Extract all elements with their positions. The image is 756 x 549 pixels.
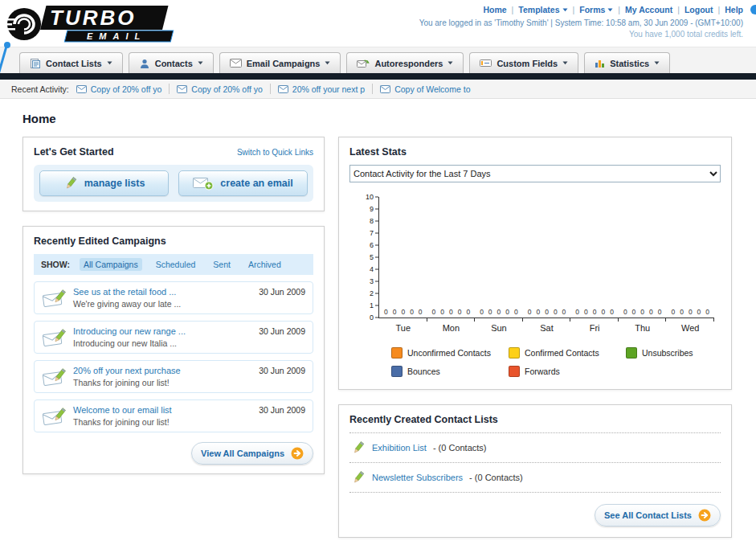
y-axis-tick: 5: [370, 254, 378, 261]
x-axis-label: Fri: [570, 323, 619, 333]
nav-tab-email-campaigns[interactable]: Email Campaigns: [219, 52, 341, 73]
stats-chart: 012345678910 000000000000000000000000000…: [349, 197, 721, 377]
campaigns-panel-title: Recently Edited Campaigns: [34, 236, 313, 247]
chart-group-sat: 00000: [523, 308, 571, 318]
y-axis-tick: 8: [370, 218, 378, 225]
chart-group-tue: 00000: [379, 308, 427, 318]
activity-item[interactable]: Copy of Welcome to: [380, 84, 470, 94]
chart-group-mon: 00000: [427, 308, 476, 318]
campaign-tab-all-campaigns[interactable]: All Campaigns: [80, 258, 142, 271]
campaign-filter-tabs: All CampaignsScheduledSentArchived: [80, 258, 285, 271]
view-all-campaigns-button[interactable]: View All Campaigns: [191, 442, 313, 465]
y-axis-tick: 3: [370, 278, 378, 285]
header-link-forms[interactable]: Forms: [579, 5, 613, 14]
stats-panel-title: Latest Stats: [349, 146, 721, 158]
campaign-tab-sent[interactable]: Sent: [209, 258, 235, 271]
header-link-logout[interactable]: Logout: [684, 5, 713, 14]
email-campaigns-icon: [230, 59, 242, 68]
divider: [169, 84, 170, 94]
latest-stats-panel: Latest Stats Contact Activity for the La…: [338, 137, 732, 390]
decoration-dot: [750, 5, 756, 14]
create-email-button[interactable]: create an email: [178, 170, 308, 196]
x-axis-label: Tue: [379, 323, 427, 333]
envelope-pencil-icon: [42, 289, 66, 308]
chevron-down-icon: [654, 61, 660, 65]
x-axis-label: Wed: [666, 323, 714, 333]
campaign-tab-scheduled[interactable]: Scheduled: [152, 258, 200, 271]
nav-divider-bar: [0, 73, 756, 80]
activity-item[interactable]: 20% off your next p: [278, 84, 365, 94]
campaign-date: 30 Jun 2009: [259, 326, 305, 336]
header-right: Home|Templates|Forms|My Account|Logout|H…: [419, 4, 743, 39]
campaign-tab-archived[interactable]: Archived: [244, 258, 285, 271]
header-links: Home|Templates|Forms|My Account|Logout|H…: [419, 5, 743, 14]
nav-tabs: Contact Lists Contacts Email Campaigns A…: [19, 52, 670, 73]
logo-graphic: TURBO EMAIL: [5, 4, 206, 44]
chart-group-thu: 00000: [619, 308, 667, 318]
header-link-my-account[interactable]: My Account: [625, 5, 672, 14]
nav-tab-contact-lists[interactable]: Contact Lists: [19, 52, 123, 73]
header-link-help[interactable]: Help: [725, 5, 743, 14]
link-separator: |: [573, 5, 575, 14]
chevron-down-icon: [562, 8, 568, 12]
contact-list-link[interactable]: Exhibition List: [372, 443, 427, 453]
switch-quick-links-link[interactable]: Switch to Quick Links: [237, 148, 313, 157]
activity-item-label: Copy of 20% off yo: [191, 84, 263, 94]
header-link-templates[interactable]: Templates: [518, 5, 567, 14]
link-separator: |: [718, 5, 721, 14]
nav-tab-statistics[interactable]: Statistics: [584, 52, 670, 73]
x-axis-label: Thu: [619, 323, 667, 333]
campaign-item[interactable]: See us at the retail food ... We're givi…: [34, 281, 313, 314]
y-axis-tick: 1: [370, 302, 378, 309]
campaign-subject: Thanks for joining our list!: [73, 378, 251, 387]
envelope-pencil-icon: [42, 328, 66, 347]
turbo-email-logo[interactable]: TURBO EMAIL: [5, 4, 206, 47]
statistics-icon: [595, 58, 605, 68]
chart-group-sun: 00000: [475, 308, 523, 318]
see-all-contact-lists-button[interactable]: See All Contact Lists: [595, 504, 721, 526]
manage-lists-label: manage lists: [84, 178, 145, 189]
y-axis-tick: 0: [370, 314, 378, 322]
nav-tab-custom-fields[interactable]: Custom Fields: [469, 52, 578, 73]
legend-item-unconfirmed-contacts: Unconfirmed Contacts: [391, 347, 509, 358]
campaign-title-link[interactable]: Introducing our new range ...: [73, 326, 251, 336]
get-started-buttons: manage lists create an email: [34, 165, 313, 202]
manage-lists-button[interactable]: manage lists: [39, 170, 169, 196]
show-label: SHOW:: [41, 260, 70, 269]
campaign-date: 30 Jun 2009: [259, 405, 305, 415]
autoresponders-icon: [357, 59, 370, 68]
chart-y-axis: 012345678910: [362, 197, 378, 318]
contact-lists-icon: [30, 58, 41, 69]
contact-list-item[interactable]: Exhibition List - (0 Contacts): [349, 433, 721, 463]
nav-tab-contacts[interactable]: Contacts: [129, 52, 214, 73]
nav-tab-autoresponders[interactable]: Autoresponders: [346, 52, 464, 73]
view-all-campaigns-label: View All Campaigns: [201, 449, 284, 458]
envelope-icon: [278, 85, 288, 93]
turbo-email-app: TURBO EMAIL Home|Templates|Forms|My Acco…: [0, 0, 756, 549]
chart-x-labels: TueMonSunSatFriThuWed: [379, 323, 714, 333]
activity-item[interactable]: Copy of 20% off yo: [76, 84, 162, 94]
chart-group-wed: 00000: [666, 308, 714, 318]
header-link-home[interactable]: Home: [483, 5, 506, 14]
activity-item[interactable]: Copy of 20% off yo: [177, 84, 263, 94]
campaign-title-link[interactable]: Welcome to our email list: [73, 405, 251, 415]
contact-list-item[interactable]: Newsletter Subscribers - (0 Contacts): [349, 463, 721, 493]
campaign-item[interactable]: Introducing our new range ... Introducin…: [34, 321, 313, 354]
campaign-title-link[interactable]: 20% off your next purchase: [73, 366, 251, 375]
contact-list-link[interactable]: Newsletter Subscribers: [372, 473, 463, 482]
campaign-subject: We're giving away our late ...: [73, 299, 251, 309]
activity-item-label: 20% off your next p: [292, 84, 365, 94]
top-header: TURBO EMAIL Home|Templates|Forms|My Acco…: [0, 0, 756, 47]
create-email-label: create an email: [220, 178, 292, 189]
get-started-panel: Let's Get Started Switch to Quick Links …: [22, 137, 325, 211]
campaign-item[interactable]: 20% off your next purchase Thanks for jo…: [34, 360, 313, 393]
envelope-pencil-icon: [42, 407, 66, 426]
pencil-icon: [351, 470, 366, 485]
legend-item-confirmed-contacts: Confirmed Contacts: [509, 347, 626, 358]
stats-filter-select[interactable]: Contact Activity for the Last 7 Days: [349, 165, 721, 182]
chevron-down-icon: [607, 8, 613, 12]
campaign-title-link[interactable]: See us at the retail food ...: [73, 287, 251, 297]
legend-item-unsubscribes: Unsubscribes: [626, 347, 743, 358]
campaign-item[interactable]: Welcome to our email list Thanks for joi…: [34, 399, 313, 432]
activity-item-label: Copy of Welcome to: [394, 84, 470, 94]
